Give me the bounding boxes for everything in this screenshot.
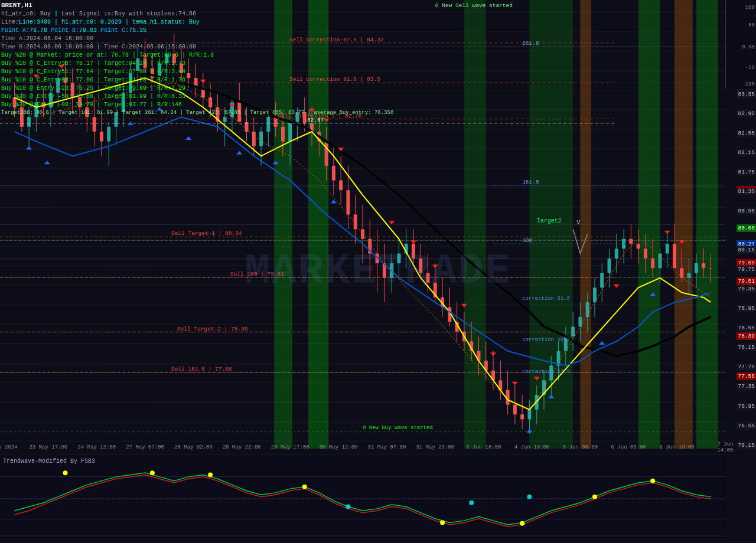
time-label-7: 30 May 12:00 [320,444,358,450]
price-label-81.75: 81.75 [737,168,756,176]
price-label-82.15: 82.15 [737,149,756,156]
price-label-76.15: 76.15 [737,441,756,449]
ind-label--100: -100 [742,81,755,87]
price-label-78.55: 78.55 [737,324,756,332]
time-label-11: 4 Jun 13:00 [514,444,549,450]
time-label-3: 27 May 07:00 [126,444,164,450]
price-label-78.39: 78.39 [737,332,756,340]
time-label-12: 5 Jun 08:00 [563,444,598,450]
indicator-right-labels: 100500.00-50-100 [725,0,756,89]
price-label-77.56: 77.56 [737,372,756,380]
price-label-76.95: 76.95 [737,403,756,410]
price-label-82.55: 82.55 [737,129,756,137]
time-label-2: 24 May 12:00 [77,444,116,450]
price-chart[interactable] [0,0,725,449]
time-label-6: 29 May 17:00 [271,444,309,450]
time-label-15: 7 Jun 14:00 [717,441,733,453]
ind-label-100: 100 [745,5,755,11]
time-label-10: 3 Jun 18:00 [466,444,501,450]
price-label-80.6: 80.60 [737,224,756,232]
price-label-77.35: 77.35 [737,382,756,390]
indicator-chart [0,454,725,543]
time-label-14: 6 Jun 19:00 [659,444,694,450]
time-label-0: 21 May 2024 [0,444,18,450]
price-label-78.95: 78.95 [737,305,756,312]
price-label-77.75: 77.75 [737,363,756,371]
price-label-78.15: 78.15 [737,344,756,351]
price-label-79.51: 79.51 [737,277,756,285]
price-label-79.35: 79.35 [737,285,756,293]
time-label-13: 6 Jun 03:00 [611,444,646,450]
time-label-8: 31 May 07:00 [368,444,406,450]
ind-label-0.00: 0.00 [742,44,755,50]
time-label-5: 28 May 22:00 [223,444,261,450]
price-label-80.95: 80.95 [737,207,756,215]
time-label-1: 23 May 17:00 [29,444,67,450]
price-label-76.55: 76.55 [737,422,756,430]
ind-label--50: -50 [745,65,755,71]
time-label-4: 28 May 02:00 [174,444,213,450]
ind-label-50: 50 [748,22,755,28]
time-axis: 21 May 202423 May 17:0024 May 12:0027 Ma… [0,443,725,452]
price-label-80.15: 80.15 [737,246,756,254]
price-label-81.35: 81.35 [737,188,756,195]
price-label-79.75: 79.75 [737,266,756,273]
time-label-9: 31 May 23:00 [416,444,454,450]
chart-container: BRENT,H1 h1_atr_c0: Buy | Last Signal is… [0,0,756,543]
price-label-82.95: 82.95 [737,110,756,117]
price-label-83.35: 83.35 [737,90,756,98]
